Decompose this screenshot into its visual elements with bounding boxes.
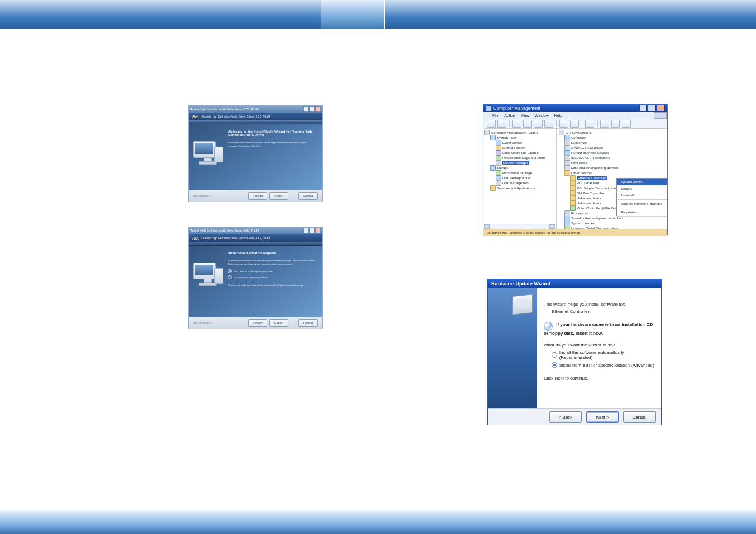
window-title: Computer Management: [493, 106, 540, 111]
toolbar-sep: [509, 120, 510, 127]
maximize-icon[interactable]: [648, 105, 656, 111]
toolbar-device-icon[interactable]: [600, 120, 609, 128]
installer-header: Re. Realtek High Definition Audio Driver…: [189, 234, 322, 242]
toolbar-back-icon[interactable]: [487, 120, 496, 128]
menu-view[interactable]: View: [521, 114, 529, 118]
toolbar-export-icon[interactable]: [544, 120, 553, 128]
left-scrollbar[interactable]: [484, 224, 555, 229]
maximize-icon[interactable]: [309, 228, 315, 233]
tree-system-tools[interactable]: System Tools: [484, 135, 555, 140]
tree-defrag[interactable]: Disk Defragmenter: [484, 175, 555, 180]
tree-removable[interactable]: Removable Storage: [484, 170, 555, 175]
scroll-track[interactable]: [490, 224, 549, 229]
tree-storage[interactable]: Storage: [484, 165, 555, 170]
dev-hid[interactable]: Human Interface Devices: [559, 150, 665, 155]
dev-root[interactable]: EPI-CM9330RPS: [559, 130, 665, 135]
dev-other[interactable]: Other devices: [559, 170, 665, 175]
toolbar: [483, 119, 667, 129]
tree-shared-folders[interactable]: Shared Folders: [484, 145, 555, 150]
dev-dvd[interactable]: DVD/CD-ROM drives: [559, 145, 665, 150]
minimize-icon[interactable]: [303, 228, 309, 233]
toolbar-print-icon[interactable]: [570, 120, 579, 128]
menu-file[interactable]: File: [492, 114, 498, 118]
body: Computer Management (Local) System Tools…: [483, 129, 667, 229]
dev-disk[interactable]: Disk drives: [559, 140, 665, 145]
tree-diskmgmt[interactable]: Disk Management: [484, 180, 555, 185]
ctx-uninstall[interactable]: Uninstall: [617, 192, 667, 199]
cancel-button[interactable]: Cancel: [623, 411, 656, 423]
wizard-footer: < Back Next > Cancel: [488, 408, 661, 425]
opt-advanced[interactable]: Install from a list or specific location…: [552, 362, 655, 368]
question: What do you want the wizard to do?: [544, 343, 655, 348]
minimize-icon[interactable]: [303, 106, 309, 112]
toolbar-showhide-icon[interactable]: [585, 120, 594, 128]
toolbar-forward-icon[interactable]: [497, 120, 506, 128]
dev-computer[interactable]: Computer: [559, 135, 665, 140]
tree-device-manager[interactable]: Device Manager: [484, 160, 555, 165]
back-button[interactable]: < Back: [248, 319, 267, 327]
dev-ide[interactable]: IDE ATA/ATAPI controllers: [559, 155, 665, 160]
restart-later-option[interactable]: No, I will restart my computer later.: [228, 275, 315, 279]
tree-perf-logs[interactable]: Performance Logs and Alerts: [484, 155, 555, 160]
ctx-update[interactable]: Update Driver...: [617, 179, 667, 185]
cancel-button[interactable]: Cancel: [298, 192, 318, 200]
status-bar: Launches the Hardware Update Wizard for …: [483, 229, 667, 236]
window-title: Realtek High Definition Audio Driver Set…: [190, 229, 259, 232]
titlebar: Computer Management: [483, 104, 667, 112]
toolbar-help-icon[interactable]: [559, 120, 568, 128]
maximize-icon[interactable]: [309, 106, 315, 112]
toolbar-refresh-icon[interactable]: [534, 120, 543, 128]
toolbar-properties-icon[interactable]: [523, 120, 532, 128]
installer-welcome-window: Realtek High Definition Audio Driver Set…: [188, 105, 323, 202]
continue-text: Click Next to continue.: [544, 376, 655, 381]
tree-root[interactable]: Computer Management (Local): [484, 130, 555, 135]
option-label: Install the software automatically (Reco…: [559, 350, 655, 360]
next-button[interactable]: Next >: [586, 411, 619, 423]
close-icon[interactable]: [315, 228, 321, 233]
dev-sound[interactable]: Sound, video and game controllers: [559, 216, 665, 221]
left-pane[interactable]: Computer Management (Local) System Tools…: [483, 129, 557, 229]
close-icon[interactable]: [657, 105, 665, 111]
installer-header: Re. Realtek High Definition Audio Driver…: [189, 113, 322, 120]
mdi-buttons[interactable]: [654, 112, 667, 119]
tree-event-viewer[interactable]: Event Viewer: [484, 140, 555, 145]
installer-footer: InstallShield < Back Finish Cancel: [189, 317, 322, 329]
menu-action[interactable]: Action: [504, 114, 515, 118]
tree-services[interactable]: Services and Applications: [484, 185, 555, 190]
dev-usb[interactable]: Universal Serial Bus controllers: [559, 226, 665, 229]
minimize-icon[interactable]: [639, 105, 647, 111]
close-icon[interactable]: [315, 106, 321, 112]
header-shadow: [189, 120, 322, 124]
complete-heading: InstallShield Wizard Complete: [228, 251, 315, 255]
menu-window[interactable]: Window: [535, 114, 549, 118]
toolbar-up-icon[interactable]: [512, 120, 521, 128]
cancel-button[interactable]: Cancel: [298, 319, 318, 327]
dev-mice[interactable]: Mice and other pointing devices: [559, 165, 665, 170]
ctx-scan[interactable]: Scan for hardware changes: [617, 200, 667, 207]
ctx-sep: [618, 199, 667, 200]
toolbar-uninstall-icon[interactable]: [622, 120, 631, 128]
back-button[interactable]: < Back: [248, 192, 267, 200]
dev-sysdev[interactable]: System devices: [559, 221, 665, 226]
opt-auto[interactable]: Install the software automatically (Reco…: [552, 350, 655, 360]
toolbar-scan-icon[interactable]: [611, 120, 620, 128]
finish-button[interactable]: Finish: [269, 319, 288, 327]
computer-management-window: Computer Management File Action View Win…: [483, 104, 668, 235]
toolbar-sep: [556, 120, 557, 127]
scroll-right-icon[interactable]: [549, 224, 555, 229]
installer-body: InstallShield Wizard Complete The Instal…: [189, 246, 322, 317]
scroll-left-icon[interactable]: [484, 224, 490, 229]
right-pane[interactable]: EPI-CM9330RPS Computer Disk drives DVD/C…: [557, 129, 667, 229]
next-button[interactable]: Next >: [269, 192, 288, 200]
cd-hint: If your hardware came with an installati…: [544, 322, 655, 336]
ctx-disable[interactable]: Disable: [617, 185, 667, 192]
restart-now-option[interactable]: Yes, I want to restart my computer now.: [228, 269, 315, 273]
ctx-properties[interactable]: Properties: [617, 209, 667, 216]
installshield-label: InstallShield: [193, 194, 211, 198]
tree-local-users[interactable]: Local Users and Groups: [484, 150, 555, 155]
menu-help[interactable]: Help: [554, 114, 562, 118]
back-button[interactable]: < Back: [549, 411, 582, 423]
option-label: Install from a list or specific location…: [559, 363, 654, 368]
device-name: Ethernet Controller: [552, 309, 655, 314]
dev-keyboards[interactable]: Keyboards: [559, 160, 665, 165]
